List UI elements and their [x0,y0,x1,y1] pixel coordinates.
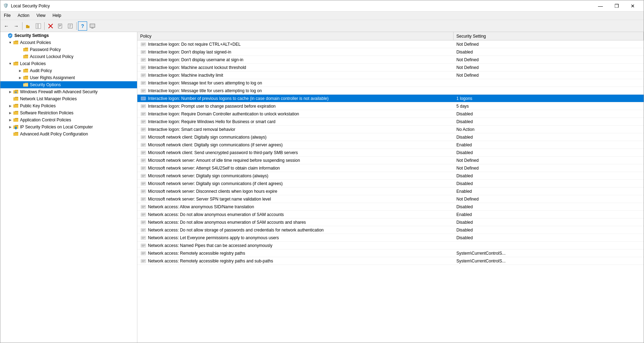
tree-arrow-user-rights[interactable]: ▶ [17,76,23,80]
policy-label: Microsoft network server: Digitally sign… [148,173,268,178]
tree-item-windows-firewall[interactable]: ▶ Windows Firewall with Advanced Securit… [0,88,137,95]
list-row[interactable]: Network access: Do not allow storage of … [137,226,644,234]
tree-arrow-local-policies[interactable]: ▼ [7,62,13,65]
list-row[interactable]: Network access: Remotely accessible regi… [137,257,644,265]
main-window: 🛡️ Local Security Policy — ❐ ✕ File Acti… [0,0,644,343]
list-row[interactable]: Interactive logon: Machine account locko… [137,64,644,71]
delete-button[interactable] [46,21,55,31]
tree-arrow-audit[interactable]: ▶ [17,69,23,72]
list-row[interactable]: Microsoft network server: Disconnect cli… [137,188,644,195]
tree-label-software-restriction: Software Restriction Policies [20,110,73,115]
minimize-button[interactable]: — [592,0,609,12]
list-row[interactable]: Interactive logon: Message text for user… [137,79,644,87]
list-row[interactable]: Microsoft network client: Digitally sign… [137,133,644,141]
tree-arrow-software-restriction[interactable]: ▶ [7,111,13,115]
list-row[interactable]: Microsoft network server: Server SPN tar… [137,195,644,203]
list-row[interactable]: Interactive logon: Do not require CTRL+A… [137,40,644,48]
list-header: Policy Security Setting [137,32,644,40]
policy-label: Microsoft network server: Digitally sign… [148,181,282,186]
tree-label-application-control: Application Control Policies [20,117,71,122]
tree-item-advanced-audit[interactable]: Advanced Audit Policy Configuration [0,131,137,138]
tree-item-security-options[interactable]: Security Options [0,81,137,88]
tree-arrow-public-key[interactable]: ▶ [7,104,13,108]
tree-item-password-policy[interactable]: Password Policy [0,46,137,53]
security-value: System\CurrentControlS... [454,250,644,256]
tree-arrow-account-policies[interactable]: ▼ [7,41,13,44]
tree-item-security-settings[interactable]: Security Settings [0,32,137,39]
security-value: Disabled [454,150,644,156]
tree-label-local-policies: Local Policies [20,61,46,66]
computer-button[interactable] [88,21,97,31]
properties-button[interactable] [66,21,75,31]
menu-action[interactable]: Action [14,12,33,19]
maximize-button[interactable]: ❐ [609,0,625,12]
list-row[interactable]: Microsoft network server: Attempt S4U2Se… [137,164,644,172]
policy-label: Interactive logon: Don't display last si… [148,50,231,55]
tree-item-software-restriction[interactable]: ▶ Software Restriction Policies [0,109,137,116]
list-row[interactable]: Network access: Do not allow anonymous e… [137,218,644,226]
close-button[interactable]: ✕ [625,0,641,12]
policy-icon [140,57,147,63]
tree-label-security-settings: Security Settings [14,33,49,38]
tree-label-security-options: Security Options [30,82,61,87]
policy-icon [140,96,147,101]
tree-item-user-rights[interactable]: ▶ User Rights Assignment [0,74,137,81]
up-folder-button[interactable] [24,21,33,31]
policy-label: Microsoft network client: Send unencrypt… [148,150,298,155]
menu-view[interactable]: View [33,12,49,19]
list-row[interactable]: Network access: Let Everyone permissions… [137,234,644,242]
list-row[interactable]: Network access: Named Pipes that can be … [137,242,644,249]
list-row[interactable]: Microsoft network server: Digitally sign… [137,180,644,188]
svg-rect-15 [91,28,93,28]
list-row[interactable]: Interactive logon: Number of previous lo… [137,95,644,102]
list-row[interactable]: Interactive logon: Require Windows Hello… [137,118,644,126]
folder-icon-application-control [13,117,19,123]
tree-arrow-ip-security[interactable]: ▶ [7,125,13,129]
policy-label: Network access: Remotely accessible regi… [148,259,273,263]
column-header-policy[interactable]: Policy [137,32,454,40]
list-row[interactable]: Interactive logon: Require Domain Contro… [137,110,644,118]
tree-item-local-policies[interactable]: ▼ Local Policies [0,60,137,67]
tree-label-audit-policy: Audit Policy [30,68,52,73]
tree-arrow-application-control[interactable]: ▶ [7,118,13,122]
security-value [454,82,644,84]
policy-icon [140,150,147,155]
policy-label: Interactive logon: Machine inactivity li… [148,73,223,78]
tree-item-public-key[interactable]: ▶ Public Key Policies [0,102,137,109]
security-value: 5 days [454,103,644,109]
security-value: Disabled [454,219,644,226]
policy-label: Network access: Do not allow anonymous e… [148,212,284,217]
policy-label: Interactive logon: Do not require CTRL+A… [148,42,241,47]
list-row[interactable]: Microsoft network server: Digitally sign… [137,172,644,180]
title-bar-left: 🛡️ Local Security Policy [3,3,50,9]
list-row[interactable]: Network access: Allow anonymous SID/Name… [137,203,644,211]
tree-item-application-control[interactable]: ▶ Application Control Policies [0,116,137,123]
tree-item-account-policies[interactable]: ▼ Account Policies [0,39,137,46]
list-row[interactable]: Network access: Do not allow anonymous e… [137,211,644,218]
tree-arrow-firewall[interactable]: ▶ [7,90,13,94]
tree-item-ip-security[interactable]: ▶ IP Security Policies on Local Computer [0,123,137,131]
menu-file[interactable]: File [0,12,14,19]
tree-item-audit-policy[interactable]: ▶ Audit Policy [0,67,137,74]
tree-item-network-list[interactable]: Network List Manager Policies [0,95,137,102]
svg-rect-1 [26,25,28,26]
help-button[interactable]: ? [78,21,87,31]
list-row[interactable]: Interactive logon: Don't display usernam… [137,56,644,64]
list-row[interactable]: Microsoft network server: Amount of idle… [137,157,644,164]
column-header-security[interactable]: Security Setting [454,32,644,40]
menu-help[interactable]: Help [49,12,65,19]
export-button[interactable] [56,21,65,31]
show-hide-button[interactable] [34,21,43,31]
list-row[interactable]: Interactive logon: Machine inactivity li… [137,71,644,79]
list-row[interactable]: Microsoft network client: Digitally sign… [137,141,644,149]
policy-icon [140,189,147,194]
list-row[interactable]: Microsoft network client: Send unencrypt… [137,149,644,157]
list-row[interactable]: Interactive logon: Message title for use… [137,87,644,95]
tree-item-account-lockout[interactable]: Account Lockout Policy [0,53,137,60]
list-row[interactable]: Interactive logon: Don't display last si… [137,48,644,56]
forward-button[interactable]: → [12,21,21,31]
back-button[interactable]: ← [2,21,11,31]
list-row[interactable]: Interactive logon: Smart card removal be… [137,126,644,133]
list-row[interactable]: Interactive logon: Prompt user to change… [137,102,644,110]
list-row[interactable]: Network access: Remotely accessible regi… [137,249,644,257]
